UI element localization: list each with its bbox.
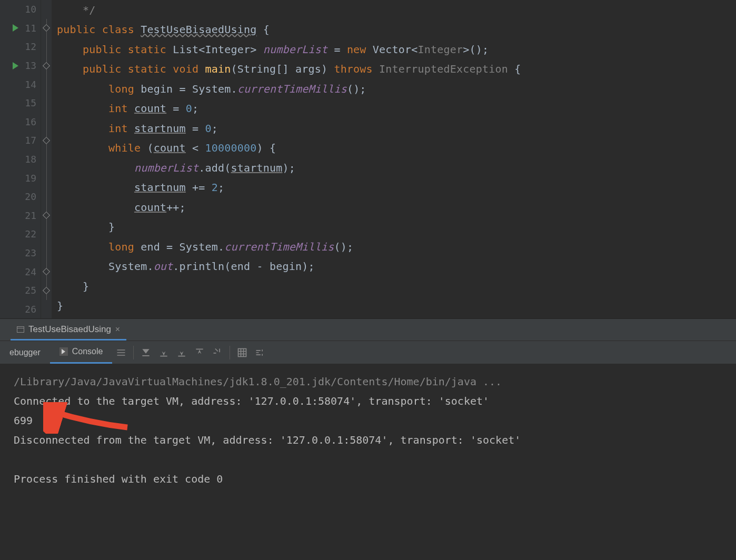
console-output-line[interactable]: 699 — [14, 411, 729, 430]
code-line[interactable]: } — [57, 296, 736, 316]
soft-wrap-button[interactable] — [112, 344, 130, 362]
code-token: (String[] args) — [231, 63, 334, 75]
code-editor[interactable]: 1011121314151617181920212223242526 */pub… — [0, 0, 736, 318]
fold-cell[interactable] — [41, 37, 52, 56]
fold-cell[interactable] — [41, 131, 52, 150]
code-line[interactable]: public class TestUseBisaedUsing { — [57, 20, 736, 40]
code-line[interactable]: int startnum = 0; — [57, 118, 736, 138]
code-token: currentTimeMillis — [237, 83, 347, 95]
code-line[interactable]: while (count < 10000000) { — [57, 138, 736, 158]
download-button[interactable] — [155, 344, 173, 362]
line-number-text: 23 — [25, 247, 36, 258]
toolbar-separator — [133, 346, 134, 359]
line-number[interactable]: 21 — [0, 206, 41, 225]
code-token: while — [108, 142, 147, 154]
line-number[interactable]: 15 — [0, 94, 41, 113]
console-output-line[interactable]: Connected to the target VM, address: '12… — [14, 391, 729, 411]
download-button-2[interactable] — [173, 344, 191, 362]
code-token: throws — [334, 63, 379, 75]
line-number[interactable]: 12 — [0, 37, 41, 56]
line-number-text: 14 — [25, 79, 36, 90]
fold-cell[interactable] — [41, 168, 52, 187]
svg-rect-0 — [238, 348, 246, 356]
line-number[interactable]: 11 — [0, 19, 41, 38]
console-output[interactable]: /Library/Java/JavaVirtualMachines/jdk1.8… — [0, 364, 736, 560]
fold-cell[interactable] — [41, 244, 52, 263]
console-output-line[interactable]: Process finished with exit code 0 — [14, 469, 729, 488]
fold-cell[interactable] — [41, 262, 52, 281]
code-line[interactable]: */ — [57, 0, 736, 20]
code-line[interactable]: numberList.add(startnum); — [57, 158, 736, 178]
code-token: .println(end - begin); — [173, 260, 314, 273]
code-token: main — [205, 63, 231, 75]
tab-console[interactable]: Console — [50, 341, 113, 364]
fold-handle-icon[interactable] — [43, 287, 50, 294]
fold-handle-icon[interactable] — [43, 137, 50, 144]
code-line[interactable]: count++; — [57, 197, 736, 217]
line-number[interactable]: 18 — [0, 150, 41, 169]
upload-button[interactable] — [191, 344, 208, 362]
tab-debugger[interactable]: ebugger — [0, 341, 50, 364]
code-line[interactable]: startnum += 2; — [57, 178, 736, 198]
console-command-line[interactable]: /Library/Java/JavaVirtualMachines/jdk1.8… — [14, 372, 729, 391]
code-token: ; — [218, 181, 224, 194]
fold-cell[interactable] — [41, 187, 52, 206]
fold-cell[interactable] — [41, 113, 52, 132]
run-gutter-icon[interactable] — [13, 62, 18, 69]
code-token: (); — [347, 83, 366, 95]
line-number[interactable]: 25 — [0, 281, 41, 300]
run-gutter-icon[interactable] — [13, 24, 18, 32]
fold-cell[interactable] — [41, 150, 52, 169]
fold-cell[interactable] — [41, 19, 52, 38]
console-output-line[interactable]: Disconnected from the target VM, address… — [14, 430, 729, 449]
run-window-icon — [17, 326, 24, 333]
fold-cell[interactable] — [41, 300, 52, 319]
print-button[interactable] — [208, 344, 226, 362]
fold-cell[interactable] — [41, 281, 52, 300]
line-number-text: 16 — [25, 116, 36, 127]
fold-cell[interactable] — [41, 0, 52, 19]
line-number[interactable]: 10 — [0, 0, 41, 19]
code-line[interactable]: long begin = System.currentTimeMillis(); — [57, 79, 736, 99]
line-number[interactable]: 26 — [0, 300, 41, 319]
fold-handle-icon[interactable] — [43, 212, 50, 219]
line-number[interactable]: 13 — [0, 56, 41, 75]
scroll-to-end-button[interactable] — [137, 344, 155, 362]
line-number[interactable]: 20 — [0, 187, 41, 206]
code-token: numberList — [134, 162, 198, 174]
code-line[interactable]: int count = 0; — [57, 99, 736, 119]
code-line[interactable]: long end = System.currentTimeMillis(); — [57, 237, 736, 257]
code-line[interactable]: } — [57, 217, 736, 237]
fold-cell[interactable] — [41, 225, 52, 244]
fold-handle-icon[interactable] — [43, 24, 50, 32]
line-number-gutter[interactable]: 1011121314151617181920212223242526 — [0, 0, 41, 318]
fold-column[interactable] — [41, 0, 52, 318]
code-line[interactable]: } — [57, 276, 736, 296]
line-number[interactable]: 17 — [0, 131, 41, 150]
run-tab-active[interactable]: TestUseBisaedUsing × — [11, 320, 126, 341]
fold-cell[interactable] — [41, 56, 52, 75]
code-area[interactable]: */public class TestUseBisaedUsing { publ… — [52, 0, 736, 318]
line-number[interactable]: 24 — [0, 262, 41, 281]
line-number[interactable]: 22 — [0, 225, 41, 244]
line-number[interactable]: 23 — [0, 244, 41, 263]
line-number[interactable]: 14 — [0, 75, 41, 94]
line-number-text: 15 — [25, 97, 36, 108]
line-number[interactable]: 19 — [0, 168, 41, 187]
code-line[interactable]: public static List<Integer> numberList =… — [57, 39, 736, 59]
fold-handle-icon[interactable] — [43, 268, 50, 275]
code-token: TestUseBisaedUsing — [141, 23, 256, 36]
fold-handle-icon[interactable] — [43, 62, 50, 69]
fold-cell[interactable] — [41, 75, 52, 94]
grid-button[interactable] — [233, 344, 251, 362]
console-output-line[interactable] — [14, 449, 729, 469]
settings-button[interactable] — [251, 344, 269, 362]
line-number[interactable]: 16 — [0, 113, 41, 132]
code-token: >(); — [463, 43, 489, 56]
code-line[interactable]: System.out.println(end - begin); — [57, 257, 736, 277]
code-line[interactable]: public static void main(String[] args) t… — [57, 59, 736, 79]
code-token: int — [108, 102, 134, 115]
fold-cell[interactable] — [41, 206, 52, 225]
close-icon[interactable]: × — [115, 325, 120, 334]
fold-cell[interactable] — [41, 94, 52, 113]
